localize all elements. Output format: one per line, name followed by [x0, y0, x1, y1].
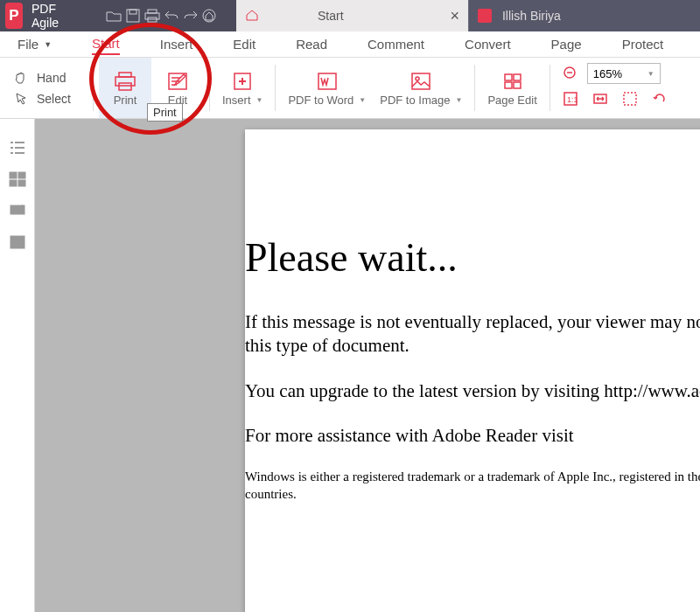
svg-rect-17 [514, 82, 521, 88]
ribbon-pdf-to-word[interactable]: PDF to Word▼ [281, 58, 373, 118]
app-name: PDF Agile [32, 2, 67, 30]
fit-visible-icon[interactable] [622, 91, 638, 107]
svg-rect-24 [18, 172, 25, 178]
zoom-out-icon[interactable] [563, 66, 578, 81]
menu-read[interactable]: Read [296, 37, 327, 52]
annotation-circle [89, 23, 212, 135]
svg-rect-14 [505, 74, 512, 80]
label: Hand [37, 71, 66, 85]
ribbon-pdf-to-image[interactable]: PDF to Image▼ [373, 58, 469, 118]
sidebar [0, 119, 35, 612]
label: PDF to Word [288, 94, 354, 107]
svg-point-13 [416, 77, 419, 80]
tab-label: Start [318, 9, 344, 23]
svg-rect-16 [505, 82, 512, 88]
svg-rect-26 [18, 180, 25, 186]
page-edit-icon [500, 69, 526, 94]
svg-rect-22 [624, 93, 636, 105]
svg-rect-27 [10, 205, 24, 214]
close-icon[interactable]: × [450, 7, 459, 25]
svg-rect-1 [130, 10, 136, 14]
zoom-value: 165% [593, 67, 622, 80]
image-icon [408, 69, 434, 94]
chevron-down-icon: ▼ [256, 96, 263, 104]
svg-rect-3 [145, 13, 159, 19]
app-logo: P [5, 3, 23, 29]
zoom-controls: 165%▼ 1:1 [556, 58, 675, 118]
label: Insert [222, 94, 251, 107]
ribbon-tools: Hand Select [0, 58, 88, 118]
menu-convert[interactable]: Convert [465, 37, 511, 52]
doc-paragraph: You can upgrade to the latest version by… [245, 379, 700, 403]
svg-rect-0 [127, 10, 139, 22]
menu-edit[interactable]: Edit [233, 37, 256, 52]
page-area[interactable]: Please wait... If this message is not ev… [35, 119, 700, 612]
menu-file[interactable]: File▼ [18, 37, 52, 52]
pdf-doc-icon [478, 9, 492, 23]
home-nav-icon[interactable] [202, 4, 217, 27]
comments-icon[interactable] [9, 203, 26, 220]
thumbnails-icon[interactable] [9, 171, 26, 189]
tab-strip: Start × Illish Biriya [236, 0, 700, 31]
insert-icon [229, 69, 256, 94]
tab-label: Illish Biriya [502, 9, 561, 23]
svg-rect-25 [10, 180, 17, 186]
fit-width-icon[interactable] [592, 91, 608, 107]
doc-fineprint: Windows is either a registered trademark… [245, 469, 700, 503]
label: PDF to Image [380, 94, 450, 107]
svg-rect-23 [10, 172, 17, 178]
svg-rect-2 [148, 10, 157, 13]
doc-heading: Please wait... [245, 234, 700, 281]
outline-icon[interactable] [9, 140, 26, 157]
tab-document[interactable]: Illish Biriya [468, 0, 700, 31]
label: Select [37, 92, 71, 106]
svg-rect-15 [514, 74, 521, 80]
open-icon[interactable] [106, 4, 122, 27]
chevron-down-icon: ▼ [359, 96, 366, 104]
search-panel-icon[interactable] [9, 234, 26, 252]
hand-tool[interactable]: Hand [14, 71, 88, 85]
chevron-down-icon: ▼ [455, 96, 462, 104]
word-icon [314, 69, 340, 94]
select-tool[interactable]: Select [14, 92, 88, 106]
svg-text:1:1: 1:1 [567, 95, 578, 104]
cursor-icon [14, 92, 30, 106]
fit-page-icon[interactable]: 1:1 [563, 91, 578, 107]
redo-icon[interactable] [183, 4, 199, 27]
doc-paragraph: If this message is not eventually replac… [245, 310, 700, 358]
svg-rect-28 [10, 236, 24, 248]
menu-protect[interactable]: Protect [622, 37, 664, 52]
home-icon [245, 9, 259, 24]
chevron-down-icon: ▼ [648, 70, 654, 78]
titlebar: P PDF Agile Start × Illish Biriya [0, 0, 700, 31]
chevron-down-icon: ▼ [44, 40, 52, 49]
label: Page Edit [487, 94, 536, 107]
menu-label: File [18, 37, 38, 52]
hand-icon [14, 71, 30, 85]
svg-rect-12 [412, 73, 430, 89]
tab-start[interactable]: Start × [236, 0, 468, 31]
rotate-icon[interactable] [652, 91, 668, 107]
ribbon-page-edit[interactable]: Page Edit [480, 58, 543, 118]
menu-comment[interactable]: Comment [368, 37, 424, 52]
ribbon-insert[interactable]: Insert▼ [215, 58, 270, 118]
document-page: Please wait... If this message is not ev… [245, 129, 700, 612]
doc-paragraph: For more assistance with Adobe Reader vi… [245, 424, 700, 448]
zoom-select[interactable]: 165%▼ [587, 63, 661, 84]
menu-page[interactable]: Page [551, 37, 582, 52]
